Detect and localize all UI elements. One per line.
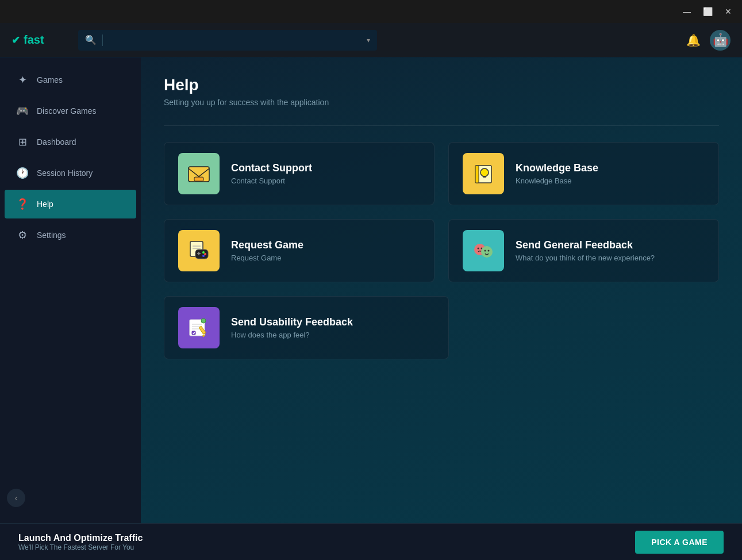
svg-point-11: [202, 255, 205, 257]
request-game-card[interactable]: Request Game Request Game: [164, 219, 435, 282]
sidebar-item-session-history-label: Session History: [37, 168, 93, 178]
dashboard-icon: ⊞: [16, 136, 29, 148]
send-general-feedback-icon-wrap: [463, 230, 504, 271]
sidebar-collapse-button[interactable]: ‹: [7, 489, 25, 507]
svg-rect-3: [475, 166, 479, 183]
request-game-title: Request Game: [231, 239, 303, 251]
search-dropdown-arrow[interactable]: ▾: [367, 36, 370, 44]
avatar-robot-icon: 🤖: [713, 33, 728, 48]
knowledge-base-title: Knowledge Base: [516, 162, 598, 174]
send-general-feedback-text: Send General Feedback What do you think …: [516, 239, 655, 262]
contact-support-text: Contact Support Contact Support: [231, 162, 312, 185]
svg-rect-13: [198, 252, 199, 255]
svg-point-10: [202, 251, 205, 254]
sidebar-item-session-history[interactable]: 🕐 Session History: [5, 159, 136, 187]
page-title: Help: [164, 76, 719, 94]
empty-placeholder: [463, 296, 719, 359]
send-general-feedback-card[interactable]: Send General Feedback What do you think …: [448, 219, 719, 282]
notification-bell-icon[interactable]: 🔔: [686, 33, 701, 47]
send-usability-feedback-text: Send Usability Feedback How does the app…: [231, 316, 353, 339]
contact-support-title: Contact Support: [231, 162, 312, 174]
search-divider: [102, 34, 103, 46]
svg-point-4: [480, 168, 489, 177]
sidebar-item-settings[interactable]: ⚙ Settings: [5, 221, 136, 250]
svg-rect-1: [194, 177, 203, 181]
book-icon: [471, 161, 496, 186]
knowledge-base-desc: Knowledge Base: [516, 177, 598, 185]
sidebar-item-games-label: Games: [37, 75, 63, 85]
sidebar-item-games[interactable]: ✦ Games: [5, 66, 136, 94]
knowledge-base-icon-wrap: [463, 153, 504, 194]
svg-point-17: [481, 246, 493, 258]
sidebar-item-dashboard[interactable]: ⊞ Dashboard: [5, 128, 136, 156]
send-general-feedback-title: Send General Feedback: [516, 239, 655, 251]
bottom-bar: Launch And Optimize Traffic We'll Pick T…: [0, 523, 742, 560]
request-game-desc: Request Game: [231, 254, 303, 262]
cards-row-1: Contact Support Contact Support: [164, 142, 719, 205]
logo[interactable]: ✔ fast: [11, 33, 69, 47]
close-button[interactable]: ✕: [719, 3, 737, 20]
help-icon: ❓: [16, 198, 29, 210]
cards-divider: [164, 125, 719, 126]
request-game-text: Request Game Request Game: [231, 239, 303, 262]
sidebar-item-settings-label: Settings: [37, 231, 66, 240]
session-history-icon: 🕐: [16, 167, 29, 179]
discover-games-icon: 🎮: [16, 105, 29, 117]
cards-row-2: Request Game Request Game: [164, 219, 719, 282]
header: ✔ fast 🔍 ▾ 🔔 🤖: [0, 23, 742, 57]
app-body: ✦ Games 🎮 Discover Games ⊞ Dashboard 🕐 S…: [0, 57, 742, 523]
settings-icon: ⚙: [16, 229, 29, 241]
logo-text: fast: [24, 33, 44, 47]
main-content: Help Setting you up for success with the…: [141, 57, 742, 523]
minimize-button[interactable]: —: [678, 3, 696, 20]
avatar[interactable]: 🤖: [710, 30, 731, 51]
svg-point-19: [488, 250, 490, 252]
request-game-icon-wrap: [178, 230, 220, 271]
contact-support-desc: Contact Support: [231, 177, 312, 185]
send-usability-feedback-title: Send Usability Feedback: [231, 316, 353, 328]
logo-check-icon: ✔: [11, 34, 20, 47]
search-area: 🔍 ▾: [78, 30, 377, 51]
sidebar-item-dashboard-label: Dashboard: [37, 137, 76, 147]
gamepad-icon: [186, 238, 212, 263]
bottom-bar-text: Launch And Optimize Traffic We'll Pick T…: [18, 533, 635, 551]
page-subtitle: Setting you up for success with the appl…: [164, 98, 719, 107]
send-general-feedback-desc: What do you think of the new experience?: [516, 254, 655, 262]
send-usability-feedback-desc: How does the app feel?: [231, 331, 353, 339]
svg-point-26: [201, 319, 206, 323]
contact-support-card[interactable]: Contact Support Contact Support: [164, 142, 435, 205]
usability-feedback-icon: [186, 315, 212, 340]
sidebar-item-help-label: Help: [37, 200, 53, 209]
pick-a-game-button[interactable]: PICK A GAME: [635, 531, 724, 554]
cards-row-3: Send Usability Feedback How does the app…: [164, 296, 719, 359]
svg-point-9: [204, 253, 206, 255]
search-icon: 🔍: [85, 34, 97, 45]
titlebar: — ⬜ ✕: [0, 0, 742, 23]
bottom-bar-subtitle: We'll Pick The Fastest Server For You: [18, 543, 635, 551]
envelope-icon: [186, 161, 212, 186]
bottom-bar-title: Launch And Optimize Traffic: [18, 533, 635, 543]
search-input[interactable]: [109, 36, 361, 45]
sidebar-item-discover-games-label: Discover Games: [37, 106, 96, 116]
send-usability-feedback-icon-wrap: [178, 307, 220, 348]
sidebar-item-help[interactable]: ❓ Help: [5, 190, 136, 218]
knowledge-base-text: Knowledge Base Knowledge Base: [516, 162, 598, 185]
maximize-button[interactable]: ⬜: [698, 3, 717, 20]
svg-point-18: [485, 250, 486, 252]
sidebar: ✦ Games 🎮 Discover Games ⊞ Dashboard 🕐 S…: [0, 57, 141, 523]
svg-point-15: [478, 248, 479, 250]
feedback-faces-icon: [471, 238, 496, 263]
contact-support-icon-wrap: [178, 153, 220, 194]
header-right: 🔔 🤖: [686, 30, 731, 51]
sidebar-item-discover-games[interactable]: 🎮 Discover Games: [5, 97, 136, 125]
knowledge-base-card[interactable]: Knowledge Base Knowledge Base: [448, 142, 719, 205]
games-icon: ✦: [16, 74, 29, 86]
send-usability-feedback-card[interactable]: Send Usability Feedback How does the app…: [164, 296, 449, 359]
sidebar-bottom: ‹: [0, 480, 141, 516]
